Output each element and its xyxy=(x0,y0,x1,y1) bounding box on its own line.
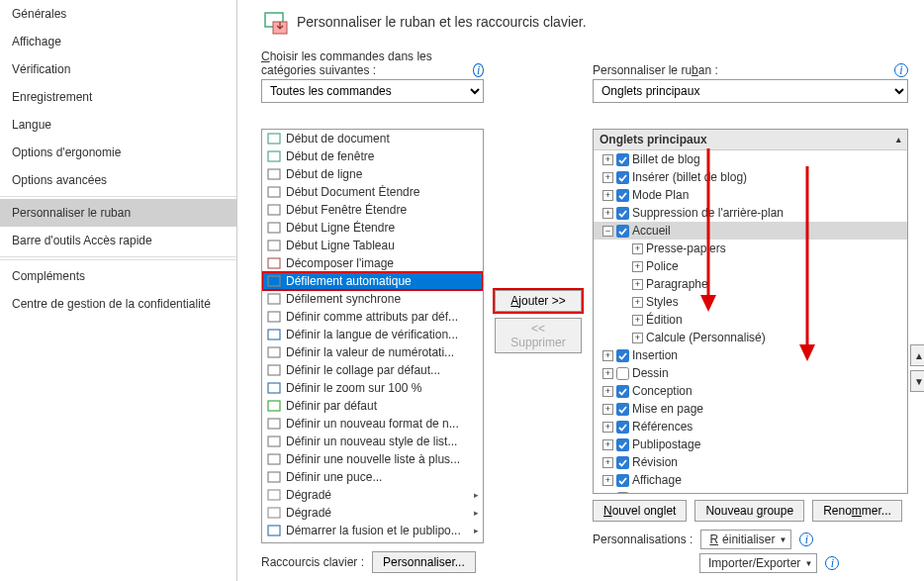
checkbox[interactable] xyxy=(616,349,629,362)
command-item[interactable]: Défilement synchrone xyxy=(262,290,483,308)
tree-item[interactable]: +Références xyxy=(594,418,907,436)
checkbox[interactable] xyxy=(616,207,629,220)
sidebar-item[interactable]: Options d'ergonomie xyxy=(0,139,236,166)
command-item[interactable]: Dégradé▸ xyxy=(262,504,483,522)
expand-icon[interactable]: + xyxy=(602,404,613,415)
command-item[interactable]: Début Ligne Tableau xyxy=(262,237,483,254)
sidebar-item[interactable]: Langue xyxy=(0,111,236,139)
sidebar-item[interactable]: Vérification xyxy=(0,55,236,83)
expand-icon[interactable]: + xyxy=(602,208,613,219)
ribbon-tree[interactable]: Onglets principaux ▴ +Billet de blog+Ins… xyxy=(593,129,908,494)
new-group-button[interactable]: Nouveau groupe xyxy=(694,500,804,522)
command-item[interactable]: Démarrer la fusion et le publipo...▸ xyxy=(262,522,483,539)
remove-button[interactable]: << Supprimer xyxy=(495,318,582,353)
command-item[interactable]: Début Ligne Étendre xyxy=(262,219,483,237)
add-button[interactable]: Ajouter >> xyxy=(495,290,582,312)
expand-icon[interactable]: + xyxy=(632,315,643,326)
collapse-icon[interactable]: − xyxy=(602,226,613,237)
info-icon[interactable]: i xyxy=(825,556,839,570)
checkbox[interactable] xyxy=(616,456,629,469)
tree-item[interactable]: +Affichage xyxy=(594,471,907,489)
sidebar-item[interactable]: Compléments xyxy=(0,262,236,290)
checkbox[interactable] xyxy=(616,492,629,495)
command-item[interactable]: Définir la langue de vérification... xyxy=(262,326,483,343)
checkbox[interactable] xyxy=(616,225,629,238)
command-item[interactable]: Définir la valeur de numérotati... xyxy=(262,343,483,361)
info-icon[interactable]: i xyxy=(894,63,908,77)
tree-item[interactable]: +Révision xyxy=(594,453,907,471)
tree-item[interactable]: +Billet de blog xyxy=(594,150,907,168)
command-item[interactable]: Définir un nouveau style de list... xyxy=(262,433,483,450)
expand-icon[interactable]: + xyxy=(632,243,643,254)
checkbox[interactable] xyxy=(616,474,629,487)
expand-icon[interactable]: + xyxy=(602,154,613,165)
tree-item[interactable]: +Police xyxy=(594,257,907,275)
move-up-button[interactable]: ▲ xyxy=(910,344,924,366)
reset-dropdown[interactable]: Réinitialiser ▼ xyxy=(700,530,791,549)
command-item[interactable]: Début de ligne xyxy=(262,165,483,183)
expand-icon[interactable]: + xyxy=(602,475,613,486)
customize-shortcuts-button[interactable]: Personnaliser... xyxy=(372,551,476,573)
sidebar-item[interactable]: Barre d'outils Accès rapide xyxy=(0,227,236,254)
tree-item[interactable]: +Styles xyxy=(594,293,907,311)
command-item[interactable]: Définir une nouvelle liste à plus... xyxy=(262,450,483,468)
tree-item[interactable]: +Suppression de l'arrière-plan xyxy=(594,204,907,222)
command-item[interactable]: Déplacer xyxy=(262,539,483,543)
command-item[interactable]: Début Document Étendre xyxy=(262,183,483,201)
checkbox[interactable] xyxy=(616,438,629,451)
command-item[interactable]: Début de fenêtre xyxy=(262,147,483,165)
expand-icon[interactable]: + xyxy=(602,439,613,450)
expand-icon[interactable]: + xyxy=(602,493,613,495)
tree-item[interactable]: +Presse-papiers xyxy=(594,240,907,257)
commands-listbox[interactable]: Début de documentDébut de fenêtreDébut d… xyxy=(261,129,484,543)
tree-item[interactable]: +Conception xyxy=(594,382,907,400)
tree-item[interactable]: +Paragraphe xyxy=(594,275,907,293)
command-item[interactable]: Début de document xyxy=(262,130,483,147)
ribbon-tabs-combo[interactable]: Onglets principaux xyxy=(593,79,908,103)
command-item[interactable]: Dégradé▸ xyxy=(262,486,483,504)
commands-category-combo[interactable]: Toutes les commandes xyxy=(261,79,484,103)
checkbox[interactable] xyxy=(616,421,629,434)
command-item[interactable]: Définir un nouveau format de n... xyxy=(262,415,483,433)
tree-item[interactable]: +Calcule (Personnalisé) xyxy=(594,329,907,346)
import-export-dropdown[interactable]: Importer/Exporter ▼ xyxy=(699,553,817,573)
checkbox[interactable] xyxy=(616,403,629,416)
sidebar-item[interactable]: Options avancées xyxy=(0,166,236,194)
expand-icon[interactable]: + xyxy=(602,368,613,379)
sidebar-item[interactable]: Centre de gestion de la confidentialité xyxy=(0,290,236,318)
tree-item[interactable]: +Publipostage xyxy=(594,436,907,453)
rename-button[interactable]: Renommer... xyxy=(812,500,902,522)
command-item[interactable]: Début Fenêtre Étendre xyxy=(262,201,483,219)
tree-item[interactable]: +Mise en page xyxy=(594,400,907,418)
expand-icon[interactable]: + xyxy=(602,422,613,433)
sidebar-item[interactable]: Enregistrement xyxy=(0,83,236,111)
sidebar-item[interactable]: Personnaliser le ruban xyxy=(0,199,236,227)
command-item[interactable]: Défilement automatique xyxy=(262,272,483,290)
checkbox[interactable] xyxy=(616,171,629,184)
new-tab-button[interactable]: Nouvel onglet xyxy=(593,500,687,522)
command-item[interactable]: Définir le zoom sur 100 % xyxy=(262,379,483,397)
expand-icon[interactable]: + xyxy=(602,190,613,201)
expand-icon[interactable]: + xyxy=(632,279,643,290)
checkbox[interactable] xyxy=(616,385,629,398)
expand-icon[interactable]: + xyxy=(602,457,613,468)
checkbox[interactable] xyxy=(616,367,629,380)
expand-icon[interactable]: + xyxy=(602,172,613,183)
tree-item[interactable]: +Mode Plan xyxy=(594,186,907,204)
checkbox[interactable] xyxy=(616,153,629,166)
checkbox[interactable] xyxy=(616,189,629,202)
tree-item[interactable]: +Insérer (billet de blog) xyxy=(594,168,907,186)
expand-icon[interactable]: + xyxy=(632,333,643,343)
command-item[interactable]: Définir par défaut xyxy=(262,397,483,415)
command-item[interactable]: Définir comme attributs par déf... xyxy=(262,308,483,326)
info-icon[interactable]: i xyxy=(473,63,484,77)
tree-item[interactable]: +Insertion xyxy=(594,346,907,364)
tree-item[interactable]: +Édition xyxy=(594,311,907,329)
move-down-button[interactable]: ▼ xyxy=(910,370,924,392)
tree-item[interactable]: +Développeur xyxy=(594,489,907,494)
command-item[interactable]: Décomposer l'image xyxy=(262,254,483,272)
expand-icon[interactable]: + xyxy=(632,297,643,308)
tree-item[interactable]: +Dessin xyxy=(594,364,907,382)
scroll-up-icon[interactable]: ▴ xyxy=(896,135,901,145)
command-item[interactable]: Définir une puce... xyxy=(262,468,483,486)
